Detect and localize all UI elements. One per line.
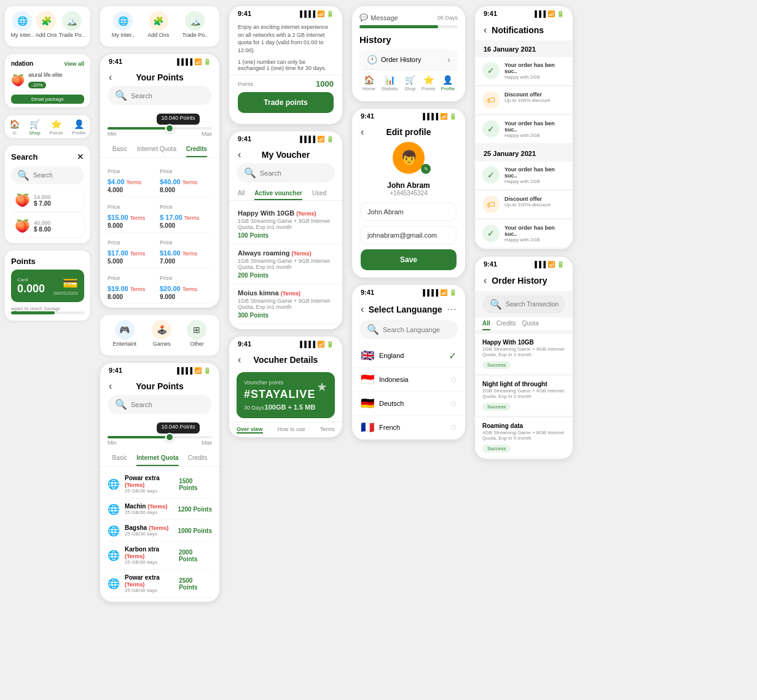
notif-title: Notifications	[492, 25, 564, 35]
oh-search-input[interactable]	[506, 301, 573, 308]
col2-entertaint[interactable]: 🎮 Entertaint	[113, 320, 137, 347]
col2-games[interactable]: 🕹️ Games	[152, 320, 171, 347]
notif-item-5: 🏷 Discount offer Up-to 100%-discount	[475, 191, 573, 218]
oh-back-button[interactable]: ‹	[484, 275, 487, 286]
yp-search-input-1[interactable]	[131, 92, 216, 99]
tab-iq-2[interactable]: Internet Quota	[136, 451, 178, 466]
order-name-1: Happy With 10GB	[482, 339, 565, 346]
tab-basic-1[interactable]: Basic	[112, 142, 127, 157]
trade-points-button[interactable]: Trade points	[238, 92, 334, 113]
lang-item-indonesia[interactable]: 🇮🇩 Indonesia ○	[352, 368, 465, 392]
notif-sub-5: Up-to 100%-discount	[504, 202, 551, 208]
vd-tab-terms[interactable]: Terms	[320, 426, 335, 434]
tab-credits-2[interactable]: Credits	[188, 451, 208, 466]
yp-search-input-2[interactable]	[131, 401, 216, 408]
notif-sub-2: Up-to 100% discount	[504, 98, 550, 103]
tab-iq-1[interactable]: Internet Quota	[137, 142, 176, 157]
add-ons-icon-item[interactable]: 🧩 Add Ons	[36, 11, 57, 38]
oh-phone-header: ‹ Order History	[475, 269, 573, 291]
voucher-back-button[interactable]: ‹	[238, 149, 241, 160]
voucher-search-input[interactable]	[260, 169, 342, 177]
lang-back-button[interactable]: ‹	[361, 304, 364, 315]
notif-item-3: ✓ Your order has ben suc.. Happy with 2G…	[475, 115, 573, 143]
nav-ic[interactable]: 🏠 ic	[9, 119, 20, 136]
globe-icon-2: 🌐	[108, 504, 120, 515]
oh-tab-credits[interactable]: Credits	[496, 317, 516, 330]
your-points-search-1: 🔍	[108, 86, 212, 105]
notifications-phone: 9:41 ▐▐▐ 📶 🔋 ‹ Notifications 16 January …	[475, 6, 573, 249]
vd-tab-howtouse[interactable]: How to use	[277, 426, 305, 434]
order-history-row[interactable]: 🕐 Order History ›	[359, 50, 458, 69]
slider-fill-1	[108, 127, 165, 130]
vd-wifi-icon: 📶	[317, 341, 324, 348]
col2-add-ons[interactable]: 🧩 Add Ons	[147, 11, 169, 38]
back-button-1[interactable]: ‹	[109, 72, 112, 83]
nav-points[interactable]: ⭐ Points	[49, 119, 63, 136]
notif-sub-6: Happy with 2GB	[504, 237, 565, 243]
trade-po-label: Trade Po..	[59, 32, 85, 38]
vp-tab-used[interactable]: Used	[312, 187, 326, 200]
slider-track-1[interactable]	[108, 127, 212, 130]
oh-tab-quota[interactable]: Quota	[522, 317, 538, 330]
search-product-2[interactable]: 🍑 40.000 $ 8.00	[11, 215, 84, 237]
games-icon: 🕹️	[152, 320, 171, 340]
name-field[interactable]: John Abram	[361, 203, 457, 221]
hist-home-label: Home	[363, 86, 375, 91]
iq-item-5[interactable]: 🌐 Powar extra (Terms) 25 GB/30 days 2500…	[108, 570, 212, 598]
iq-item-4[interactable]: 🌐 Karbon xtra (Terms) 25 GB/30 days 2000…	[108, 542, 212, 570]
col2-add-ons-label: Add Ons	[147, 32, 169, 38]
search-icon-1: 🔍	[115, 90, 127, 101]
trade-battery-icon: 🔋	[326, 10, 334, 17]
my-inter-icon-item[interactable]: 🌐 My Inter..	[11, 11, 34, 38]
shop-icon: 🛒	[29, 119, 40, 129]
iq-item-1[interactable]: 🌐 Powar extra (Terms) 25 GB/30 days 1500…	[108, 470, 212, 499]
tab-basic-2[interactable]: Basic	[112, 451, 127, 466]
email-field[interactable]: johnabram@gmail.com	[361, 226, 457, 244]
iq-item-3[interactable]: 🌐 Bagsha (Terms) 25 GB/30 days 1000 Poin…	[108, 520, 212, 542]
lang-item-deutsch[interactable]: 🇩🇪 Deutsch ○	[352, 392, 465, 416]
nav-points-label: Points	[49, 130, 63, 136]
lang-item-england[interactable]: 🇬🇧 England ✓	[352, 344, 465, 368]
notif-sub-3: Happy with 2GB	[504, 133, 565, 138]
status-time-2: 9:41	[109, 367, 122, 374]
hist-nav-stat[interactable]: 📊 Statistic	[381, 75, 398, 91]
vp-tab-all[interactable]: All	[238, 187, 245, 200]
ep-back-button[interactable]: ‹	[361, 126, 364, 138]
vp-tab-active[interactable]: Active vouncher	[254, 187, 302, 200]
hist-nav-profile[interactable]: 👤 Profile	[441, 75, 455, 91]
slider-track-2[interactable]	[108, 436, 212, 438]
hist-nav-shop[interactable]: 🛒 Shop	[404, 75, 416, 91]
tab-credits-1[interactable]: Credits	[186, 142, 207, 157]
ep-title: Edit profile	[386, 127, 431, 137]
col2-my-inter[interactable]: 🌐 My Inter..	[112, 11, 135, 38]
avatar-edit-icon[interactable]: ✎	[421, 164, 431, 174]
lang-more-icon[interactable]: ⋯	[447, 303, 457, 315]
nav-profile[interactable]: 👤 Profile	[72, 119, 86, 136]
hist-nav-home[interactable]: 🏠 Home	[363, 75, 375, 91]
oh-status-icons: ▐▐▐ 📶 🔋	[533, 261, 564, 268]
col2-other[interactable]: ⊞ Other	[187, 320, 206, 347]
nav-shop[interactable]: 🛒 Shop	[29, 119, 41, 136]
your-points-phone-1: 9:41 ▐▐▐▐ 📶 🔋 ‹ Your Points 🔍 10.040 Poi…	[100, 54, 219, 308]
close-icon[interactable]: ✕	[77, 152, 84, 161]
save-button[interactable]: Save	[361, 249, 457, 270]
search-product-1[interactable]: 🍑 14.000 $ 7.00	[11, 189, 84, 211]
col2-trade-po[interactable]: 🏔️ Trade Po..	[182, 11, 208, 38]
hist-nav-points[interactable]: ⭐ Points	[422, 75, 435, 91]
iq-item-2[interactable]: 🌐 Machin (Terms) 25 GB/30 days 1200 Poin…	[108, 499, 212, 520]
vd-tab-overview[interactable]: Over view	[237, 426, 263, 434]
oh-tab-all[interactable]: All	[482, 317, 490, 330]
trade-po-icon-item[interactable]: 🏔️ Trade Po..	[59, 11, 85, 38]
lang-search-input[interactable]	[383, 326, 465, 333]
points-progress-fill	[11, 311, 55, 314]
slider-thumb-1[interactable]	[165, 124, 174, 133]
notif-back-button[interactable]: ‹	[484, 25, 487, 36]
lang-phone-status: 9:41 ▐▐▐▐ 📶 🔋	[352, 285, 465, 297]
iq-list: 🌐 Powar extra (Terms) 25 GB/30 days 1500…	[100, 467, 219, 602]
vd-back-button[interactable]: ‹	[238, 354, 241, 365]
slider-thumb-2[interactable]	[165, 433, 174, 441]
back-button-2[interactable]: ‹	[109, 381, 112, 392]
detail-package-button[interactable]: Detail package	[11, 95, 84, 104]
view-all-link[interactable]: View all	[64, 61, 84, 67]
lang-item-french[interactable]: 🇫🇷 French ○	[352, 416, 465, 440]
